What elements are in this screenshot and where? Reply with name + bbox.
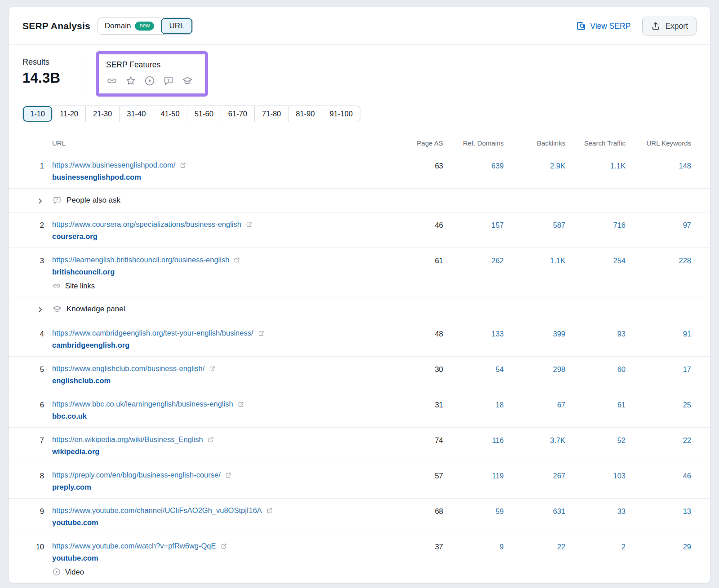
result-domain-link[interactable]: coursera.org: [52, 232, 98, 241]
external-link-icon[interactable]: [207, 436, 214, 443]
view-serp-icon: [576, 21, 586, 31]
result-url-link[interactable]: https://learnenglish.britishcouncil.org/…: [52, 256, 229, 264]
ref-domains-value: 119: [443, 471, 504, 491]
pagination-51-60[interactable]: 51-60: [187, 106, 221, 122]
star-rating-icon: [125, 75, 137, 87]
video-icon: [52, 567, 61, 576]
page-as-value: 46: [394, 220, 443, 241]
search-traffic-value: 1.1K: [565, 161, 626, 181]
results-value: 14.3B: [22, 70, 73, 86]
result-rank: 7: [22, 435, 44, 456]
column-ref-domains: Ref. Domains: [443, 139, 504, 147]
result-url-link[interactable]: https://www.businessenglishpod.com/: [52, 161, 175, 169]
column-url-keywords: URL Keywords: [626, 139, 691, 147]
pagination-1-10[interactable]: 1-10: [23, 106, 53, 122]
serp-feature-label: Knowledge panel: [67, 305, 125, 314]
table-row: 9 https://www.youtube.com/channel/UCIiFs…: [9, 499, 710, 534]
result-url-link[interactable]: https://www.coursera.org/specializations…: [52, 220, 241, 229]
result-rank: 8: [22, 471, 44, 491]
ref-domains-value: 9: [443, 542, 504, 576]
backlinks-value: 22: [504, 542, 565, 576]
sitelinks-icon: [52, 281, 61, 290]
column-search-traffic: Search Traffic: [565, 139, 626, 147]
result-rank: 1: [22, 161, 44, 181]
serp-feature-row[interactable]: Knowledge panel: [9, 297, 710, 321]
column-page-as: Page AS: [394, 139, 443, 147]
backlinks-value: 267: [504, 471, 565, 491]
result-domain-link[interactable]: preply.com: [52, 483, 91, 491]
pagination-31-40[interactable]: 31-40: [120, 106, 153, 122]
pagination-21-30[interactable]: 21-30: [86, 106, 120, 122]
result-domain-link[interactable]: youtube.com: [52, 518, 98, 527]
table-header: URL Page AS Ref. Domains Backlinks Searc…: [9, 132, 710, 153]
result-url-link[interactable]: https://en.wikipedia.org/wiki/Business_E…: [52, 435, 203, 444]
result-domain-link[interactable]: bbc.co.uk: [52, 412, 87, 420]
pagination-91-100[interactable]: 91-100: [322, 106, 360, 122]
search-traffic-value: 61: [565, 400, 626, 420]
url-keywords-value: 228: [626, 256, 691, 290]
results-block: Results 14.3B: [22, 51, 73, 97]
result-domain-link[interactable]: youtube.com: [52, 554, 98, 562]
external-link-icon[interactable]: [237, 401, 244, 408]
external-link-icon[interactable]: [245, 221, 253, 228]
external-link-icon[interactable]: [266, 507, 273, 514]
result-rank: 10: [22, 542, 44, 576]
toggle-domain-label: Domain: [105, 22, 131, 31]
external-link-icon[interactable]: [220, 543, 227, 550]
result-domain-link[interactable]: businessenglishpod.com: [52, 173, 141, 181]
result-url-link[interactable]: https://www.cambridgeenglish.org/test-yo…: [52, 329, 253, 337]
view-serp-link[interactable]: View SERP: [576, 21, 630, 31]
external-link-icon[interactable]: [233, 256, 240, 264]
ref-domains-value: 639: [443, 161, 504, 181]
search-traffic-value: 2: [565, 542, 626, 576]
backlinks-value: 587: [504, 220, 565, 241]
column-url: URL: [44, 139, 394, 147]
result-domain-link[interactable]: wikipedia.org: [52, 447, 99, 456]
url-keywords-value: 13: [626, 506, 691, 527]
table-row: 1 https://www.businessenglishpod.com/ bu…: [9, 153, 710, 189]
pagination-11-20[interactable]: 11-20: [53, 106, 86, 122]
people-also-ask-icon: ?: [52, 195, 62, 205]
export-icon: [651, 21, 661, 31]
search-traffic-value: 52: [565, 435, 626, 456]
knowledge-panel-icon: [52, 304, 62, 314]
chevron-right-icon[interactable]: [36, 197, 44, 205]
result-url-link[interactable]: https://www.youtube.com/watch?v=pfRw6wg-…: [52, 542, 216, 550]
external-link-icon[interactable]: [179, 162, 186, 169]
result-domain-link[interactable]: cambridgeenglish.org: [52, 341, 129, 349]
result-domain-link[interactable]: englishclub.com: [52, 376, 111, 385]
url-keywords-value: 17: [626, 364, 691, 385]
header-actions: View SERP Export: [576, 17, 697, 35]
results-label: Results: [22, 57, 73, 67]
serp-feature-row[interactable]: ?People also ask: [9, 189, 710, 212]
new-badge: new: [135, 22, 154, 31]
result-url-link[interactable]: https://www.englishclub.com/business-eng…: [52, 364, 204, 373]
chevron-right-icon[interactable]: [36, 306, 44, 314]
pagination-41-50[interactable]: 41-50: [153, 106, 187, 122]
toggle-option-domain[interactable]: Domain new: [98, 18, 161, 34]
view-serp-label: View SERP: [590, 22, 630, 31]
result-url-link[interactable]: https://www.bbc.co.uk/learningenglish/bu…: [52, 400, 233, 408]
toggle-option-url[interactable]: URL: [161, 18, 192, 34]
pagination-61-70[interactable]: 61-70: [221, 106, 255, 122]
pagination-81-90[interactable]: 81-90: [288, 106, 322, 122]
result-rank: 6: [22, 400, 44, 420]
result-url-link[interactable]: https://preply.com/en/blog/business-engl…: [52, 471, 221, 479]
export-button[interactable]: Export: [642, 17, 697, 35]
search-traffic-value: 33: [565, 506, 626, 527]
svg-text:?: ?: [56, 198, 58, 202]
mode-toggle: Domain new URL: [98, 18, 193, 35]
result-url-link[interactable]: https://www.youtube.com/channel/UCIiFsAO…: [52, 506, 262, 515]
external-link-icon[interactable]: [257, 330, 265, 337]
url-keywords-value: 22: [626, 435, 691, 456]
search-traffic-value: 103: [565, 471, 626, 491]
serp-analysis-panel: SERP Analysis Domain new URL View SERP: [9, 7, 710, 583]
serp-features-highlight: SERP Features ?: [96, 51, 208, 97]
pagination-71-80[interactable]: 71-80: [255, 106, 288, 122]
result-rank: 4: [22, 329, 44, 349]
external-link-icon[interactable]: [209, 365, 216, 372]
table-row: 2 https://www.coursera.org/specializatio…: [9, 212, 710, 248]
result-rank: 5: [22, 364, 44, 385]
external-link-icon[interactable]: [225, 472, 232, 479]
result-domain-link[interactable]: britishcouncil.org: [52, 268, 115, 276]
